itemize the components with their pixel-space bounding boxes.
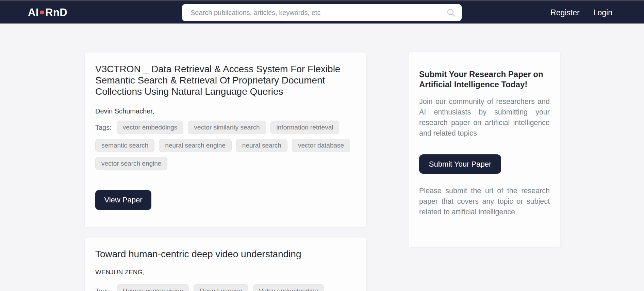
logo-text-rnd: RnD [45,6,67,18]
paper-title: V3CTRON _ Data Retrieval & Access System… [95,63,348,97]
tag-pill[interactable]: vector embeddings [117,121,184,134]
tag-pill[interactable]: neural search [236,139,287,152]
login-link[interactable]: Login [593,8,612,17]
submit-panel-heading: Submit Your Research Paper on Artificial… [419,69,550,90]
paper-author: WENJUN ZENG, [95,269,356,276]
paper-tags: Tags: vector embeddingsvector similarity… [95,121,356,170]
submit-panel-intro: Join our community of researchers and AI… [419,96,550,139]
tag-pill[interactable]: semantic search [95,139,154,152]
search-input[interactable] [182,4,462,21]
paper-author: Devin Schumacher, [95,107,356,115]
submit-your-paper-button[interactable]: Submit Your Paper [419,154,501,174]
tags-label: Tags: [95,124,112,132]
logo-red-square-icon [40,11,44,14]
tag-pill[interactable]: information retrieval [270,121,340,134]
logo-text-ai: AI [28,6,39,18]
tag-pill[interactable]: Human-centric vision [117,284,189,291]
tags-label: Tags: [95,287,112,291]
tag-pill[interactable]: vector database [292,139,350,152]
tag-pill[interactable]: vector search engine [95,157,167,170]
app-logo[interactable]: AIRnD [28,6,67,19]
tag-pill[interactable]: Video understanding [253,284,324,291]
paper-card: Toward human-centric deep video understa… [85,238,366,291]
register-link[interactable]: Register [550,8,580,17]
tag-pill[interactable]: neural search engine [159,139,231,152]
paper-title: Toward human-centric deep video understa… [95,248,348,260]
paper-tags: Tags: Human-centric visionDeep LearningV… [95,284,356,291]
view-paper-button[interactable]: View Paper [95,190,151,210]
tag-pill[interactable]: vector similarity search [188,121,266,134]
paper-card: V3CTRON _ Data Retrieval & Access System… [85,52,366,227]
search-bar [182,4,462,21]
submit-panel-note: Please submit the url of the research pa… [419,186,550,217]
search-icon[interactable] [447,8,456,17]
tag-pill[interactable]: Deep Learning [194,284,248,291]
submit-paper-panel: Submit Your Research Paper on Artificial… [409,52,560,247]
nav-links: Register Login [550,8,612,17]
navbar: AIRnD Register Login [0,1,644,24]
